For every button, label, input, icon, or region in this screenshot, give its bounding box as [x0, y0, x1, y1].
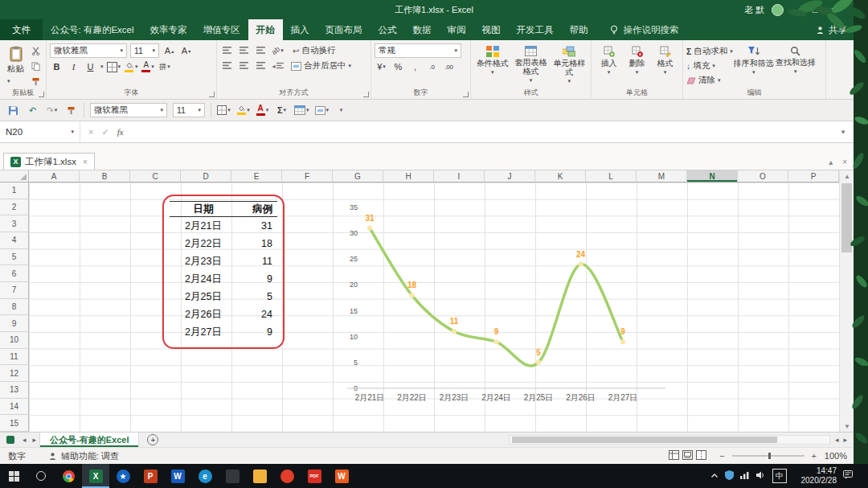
hscroll-left-icon[interactable]: ◂ — [835, 436, 839, 444]
document-tab-close-icon[interactable]: × — [83, 158, 88, 166]
column-header-B[interactable]: B — [80, 170, 130, 182]
alignment-dialog-launcher[interactable] — [363, 92, 369, 97]
ribbon-tab-11[interactable]: 开发工具 — [509, 19, 562, 40]
formula-bar-expand-icon[interactable]: ▾ — [833, 128, 854, 136]
column-header-I[interactable]: I — [434, 170, 485, 182]
share-button[interactable]: 共享 — [816, 19, 854, 40]
taskbar-search-icon[interactable] — [27, 464, 55, 488]
taskbar-explorer-icon[interactable] — [246, 464, 273, 488]
row-header-13[interactable]: 13 — [0, 382, 29, 399]
document-tab[interactable]: X 工作簿1.xlsx × — [3, 153, 95, 170]
row-header-1[interactable]: 1 — [0, 182, 29, 199]
sheet-nav-left-icon[interactable]: ◂ — [19, 433, 30, 447]
formula-input[interactable] — [132, 121, 833, 142]
format-painter-button[interactable] — [29, 75, 43, 88]
column-header-F[interactable]: F — [282, 170, 333, 182]
horizontal-scrollbar[interactable] — [509, 435, 830, 445]
ribbon-tab-2[interactable]: 效率专家 — [142, 19, 195, 40]
ribbon-tab-6[interactable]: 页面布局 — [317, 19, 371, 40]
percent-button[interactable]: % — [391, 60, 405, 73]
avatar[interactable] — [772, 4, 784, 16]
taskbar-powerpoint-icon[interactable]: P — [137, 464, 164, 488]
network-icon[interactable] — [740, 470, 750, 482]
action-center-icon[interactable] — [843, 470, 853, 482]
align-left-button[interactable] — [220, 59, 234, 72]
row-header-14[interactable]: 14 — [0, 399, 29, 416]
qat-font-name-combo[interactable]: 微软雅黑▾ — [90, 103, 167, 117]
volume-icon[interactable] — [756, 470, 766, 482]
qat-table-button[interactable]: ▾ — [294, 104, 309, 117]
sheet-tab[interactable]: 公众号-有趣的Excel — [39, 433, 139, 447]
taskbar-browser-360-icon[interactable]: ★ — [109, 464, 137, 488]
undo-button[interactable]: ↶ — [26, 104, 39, 117]
row-header-12[interactable]: 12 — [0, 365, 29, 382]
row-header-3[interactable]: 3 — [0, 215, 29, 232]
row-header-8[interactable]: 8 — [0, 299, 29, 316]
zoom-slider[interactable] — [732, 455, 805, 457]
font-name-combo[interactable]: 微软雅黑▾ — [50, 43, 127, 58]
column-header-H[interactable]: H — [383, 170, 434, 182]
tray-expand-icon[interactable] — [710, 470, 719, 482]
underline-button[interactable]: U — [84, 60, 97, 73]
taskbar-clock[interactable]: 14:47 2020/2/28 — [793, 466, 837, 486]
phonetic-button[interactable]: 拼▾ — [158, 60, 172, 73]
tell-me-search[interactable]: 操作说明搜索 — [609, 19, 679, 40]
minimize-button[interactable]: ─ — [791, 5, 802, 14]
align-middle-button[interactable] — [237, 44, 251, 57]
align-top-button[interactable] — [220, 44, 234, 57]
decrease-indent-button[interactable]: ◂ — [271, 59, 285, 72]
shrink-font-button[interactable]: A▾ — [179, 44, 193, 57]
autosum-button[interactable]: Σ自动求和▾ — [686, 44, 733, 58]
row-header-6[interactable]: 6 — [0, 265, 29, 282]
grow-font-button[interactable]: A▴ — [162, 44, 176, 57]
column-header-M[interactable]: M — [637, 170, 687, 182]
row-header-2[interactable]: 2 — [0, 199, 29, 216]
column-header-E[interactable]: E — [231, 170, 282, 182]
ribbon-tab-8[interactable]: 数据 — [405, 19, 440, 40]
align-center-button[interactable] — [237, 59, 251, 72]
taskbar-wps-icon[interactable]: W — [328, 464, 355, 488]
qat-autosum-button[interactable]: Σ▾ — [275, 104, 289, 117]
column-header-O[interactable]: O — [738, 170, 788, 182]
confirm-entry-icon[interactable]: ✓ — [101, 127, 108, 137]
accessibility-status[interactable]: 辅助功能: 调查 — [48, 450, 119, 462]
row-header-15[interactable]: 15 — [0, 415, 29, 432]
page-break-view-button[interactable] — [696, 450, 706, 461]
name-box[interactable]: N20▾ — [0, 121, 80, 142]
taskbar-browser-red-icon[interactable] — [273, 464, 301, 488]
delete-cells-button[interactable]: 删除▾ — [623, 43, 651, 88]
hscroll-right-icon[interactable]: ▸ — [843, 436, 847, 444]
scroll-up-icon[interactable]: ▲ — [840, 170, 854, 182]
sort-filter-button[interactable]: 排序和筛选▾ — [733, 43, 775, 88]
row-header-10[interactable]: 10 — [0, 332, 29, 349]
qat-font-size-combo[interactable]: 11▾ — [173, 103, 205, 117]
align-right-button[interactable] — [254, 59, 268, 72]
column-header-G[interactable]: G — [333, 170, 383, 182]
qat-merge-button[interactable]: ▾ — [315, 104, 330, 117]
row-header-9[interactable]: 9 — [0, 315, 29, 332]
page-layout-view-button[interactable] — [682, 450, 693, 461]
restore-button[interactable]: □ — [809, 5, 821, 14]
format-as-table-button[interactable]: 套用表格格式▾ — [511, 43, 551, 88]
row-header-5[interactable]: 5 — [0, 249, 29, 266]
font-dialog-launcher[interactable] — [209, 92, 215, 97]
ribbon-tab-10[interactable]: 视图 — [474, 19, 509, 40]
clear-button[interactable]: 清除▾ — [686, 74, 733, 88]
sheet-plugin-icon[interactable] — [6, 436, 14, 444]
sheet-nav-right-icon[interactable]: ▸ — [30, 433, 40, 447]
normal-view-button[interactable] — [669, 450, 679, 461]
taskbar-edge-icon[interactable]: e — [191, 464, 219, 488]
font-size-combo[interactable]: 11▾ — [130, 43, 159, 58]
column-header-L[interactable]: L — [586, 170, 637, 182]
ime-indicator[interactable]: 中 — [772, 469, 787, 483]
cell-styles-button[interactable]: 单元格样式▾ — [551, 43, 588, 88]
qat-overflow-button[interactable]: ▾ — [334, 104, 348, 117]
zoom-out-button[interactable]: − — [719, 451, 724, 461]
doc-tabs-collapse-icon[interactable]: ▴ — [829, 158, 833, 166]
number-format-combo[interactable]: 常规▾ — [375, 43, 461, 58]
close-button[interactable]: × — [828, 5, 839, 14]
italic-button[interactable]: I — [67, 60, 80, 73]
ribbon-tab-12[interactable]: 帮助 — [562, 19, 596, 40]
format-cells-button[interactable]: 格式▾ — [651, 43, 679, 88]
taskbar-start-icon[interactable] — [0, 464, 27, 488]
